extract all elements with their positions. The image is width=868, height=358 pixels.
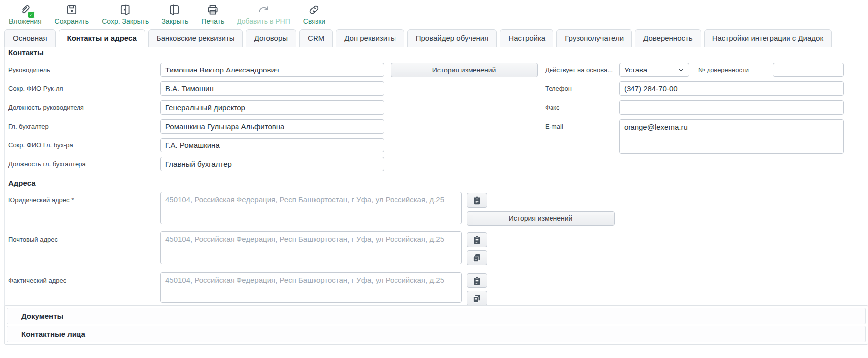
attachments-button[interactable]: Вложения xyxy=(9,2,42,25)
save-close-button[interactable]: Сохр. Закрыть xyxy=(102,2,149,25)
actual-address-textarea[interactable]: 450104, Российская Федерация, Респ Башко… xyxy=(160,272,462,303)
actual-address-label: Фактический адрес xyxy=(8,276,66,285)
tab-nastroyka[interactable]: Настройка xyxy=(500,29,553,47)
tab-provayder-obucheniya[interactable]: Провайдер обучения xyxy=(407,29,497,47)
attorney-number-field[interactable] xyxy=(773,63,844,77)
chevron-down-icon xyxy=(677,66,685,73)
legal-address-paste-button[interactable] xyxy=(467,193,487,208)
postal-address-textarea[interactable]: 450104, Российская Федерация, Респ Башко… xyxy=(160,231,462,264)
phone-field[interactable] xyxy=(619,81,844,96)
acting-on-basis-select[interactable]: Устава xyxy=(619,63,689,77)
save-icon xyxy=(65,2,78,17)
chief-accountant-position-field[interactable] xyxy=(160,157,384,171)
fax-field[interactable] xyxy=(619,100,844,115)
addresses-history-button[interactable]: История изменений xyxy=(467,211,615,226)
content-left-border xyxy=(4,47,5,344)
toolbar: Вложения Сохранить Сохр. Закрыть Закрыть… xyxy=(0,0,868,26)
legal-address-label: Юридический адрес * xyxy=(8,196,74,204)
close-button[interactable]: Закрыть xyxy=(161,2,188,25)
documents-panel-header[interactable]: Документы xyxy=(7,308,866,324)
postal-address-copy-button[interactable] xyxy=(467,250,487,265)
close-door-icon xyxy=(168,2,181,17)
check-badge-icon xyxy=(28,11,35,18)
link-icon xyxy=(308,2,320,17)
clipboard-paste-icon xyxy=(473,235,481,245)
email-label: E-mail xyxy=(545,119,563,134)
add-to-rnp-button[interactable]: Добавить в РНП xyxy=(237,2,290,25)
chief-accountant-field[interactable] xyxy=(160,119,384,134)
addresses-section-title: Адреса xyxy=(8,179,36,187)
tab-kontakty-i-adresa[interactable]: Контакты и адреса xyxy=(59,29,145,47)
chief-accountant-position-label: Должность гл. бухгалтера xyxy=(8,157,86,171)
director-short-name-label: Сокр. ФИО Рук-ля xyxy=(8,81,63,96)
bottom-panels-container: Документы Контактные лица xyxy=(4,305,868,345)
chief-accountant-short-name-field[interactable] xyxy=(160,138,384,152)
contacts-history-button[interactable]: История изменений xyxy=(391,63,538,77)
chief-accountant-short-name-label: Сокр. ФИО Гл. бух-ра xyxy=(8,138,73,152)
acting-on-basis-value: Устава xyxy=(624,66,677,74)
copy-icon xyxy=(473,253,481,262)
tab-gruzopoluchateli[interactable]: Грузополучатели xyxy=(556,29,632,47)
director-short-name-field[interactable] xyxy=(160,81,384,96)
toolbar-item-label: Закрыть xyxy=(161,17,188,25)
tab-crm[interactable]: CRM xyxy=(299,29,333,47)
tab-bar: Основная Контакты и адреса Банковские ре… xyxy=(0,26,868,47)
toolbar-item-label: Связки xyxy=(303,17,325,25)
director-position-label: Должность руководителя xyxy=(8,100,84,115)
phone-label: Телефон xyxy=(545,81,572,96)
redo-arrow-icon xyxy=(257,2,270,17)
contact-persons-panel-header[interactable]: Контактные лица xyxy=(7,326,866,342)
tab-osnovnaya[interactable]: Основная xyxy=(4,29,56,47)
print-icon xyxy=(206,2,219,17)
legal-address-textarea[interactable]: 450104, Российская Федерация, Респ Башко… xyxy=(160,192,462,224)
tab-bankovskie-rekvizity[interactable]: Банковские реквизиты xyxy=(148,29,243,47)
director-label: Руководитель xyxy=(8,63,50,77)
tab-dop-rekvizity[interactable]: Доп реквизиты xyxy=(336,29,404,47)
save-close-icon xyxy=(119,2,132,17)
attorney-number-label: № доверенности xyxy=(698,63,749,77)
links-button[interactable]: Связки xyxy=(303,2,325,25)
chief-accountant-label: Гл. бухгалтер xyxy=(8,119,49,134)
toolbar-item-label: Сохр. Закрыть xyxy=(102,17,149,25)
clipboard-paste-icon xyxy=(473,276,481,286)
toolbar-item-label: Сохранить xyxy=(55,17,89,25)
print-button[interactable]: Печать xyxy=(201,2,224,25)
director-position-field[interactable] xyxy=(160,100,384,115)
paperclip-check-icon xyxy=(18,2,32,17)
director-field[interactable] xyxy=(160,63,384,77)
actual-address-copy-button[interactable] xyxy=(467,291,487,306)
counterparty-card-window: Вложения Сохранить Сохр. Закрыть Закрыть… xyxy=(0,0,868,358)
postal-address-paste-button[interactable] xyxy=(467,232,487,247)
clipboard-paste-icon xyxy=(473,196,481,205)
acting-on-basis-label: Действует на основа... xyxy=(545,63,613,77)
toolbar-item-label: Печать xyxy=(201,17,224,25)
save-button[interactable]: Сохранить xyxy=(55,2,89,25)
copy-icon xyxy=(473,294,481,303)
toolbar-item-label: Вложения xyxy=(9,17,42,25)
tab-dogovory[interactable]: Договоры xyxy=(246,29,296,47)
email-field[interactable]: orange@lexema.ru xyxy=(619,119,844,154)
tab-nastroyki-integracii-diadok[interactable]: Настройки интеграции с Диадок xyxy=(704,29,832,47)
actual-address-paste-button[interactable] xyxy=(467,273,487,288)
fax-label: Факс xyxy=(545,100,559,115)
contacts-section-title: Контакты xyxy=(8,48,44,57)
toolbar-item-label: Добавить в РНП xyxy=(237,17,290,25)
tab-doverennost[interactable]: Доверенность xyxy=(635,29,701,47)
postal-address-label: Почтовый адрес xyxy=(8,235,58,244)
